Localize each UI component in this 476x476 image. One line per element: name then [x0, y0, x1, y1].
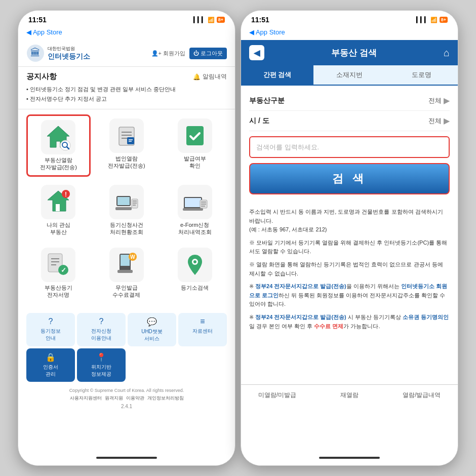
logo-image: 🏛 [26, 44, 45, 62]
region-label: 시 / 도 [249, 116, 269, 126]
menu-label-my-property: 나의 관심부동산 [47, 221, 70, 236]
menu-item-office-search[interactable]: 등기소검색 [163, 244, 227, 303]
home-bar-right [241, 450, 458, 465]
footer-nav-privacy[interactable]: 개인정보처리방침 [147, 395, 184, 402]
quick-label-4: 자료센터 [192, 328, 213, 335]
pin-icon: 📍 [96, 352, 106, 362]
menu-item-kiosk[interactable]: W 무인발급수수료결제 [95, 244, 159, 303]
menu-item-eform[interactable]: e-Form신청처리내역조회 [163, 181, 227, 240]
app-store-back-left[interactable]: ◀ App Store [26, 28, 62, 36]
signal-icon: ▎▎▎ [193, 17, 206, 23]
menu-grid: 부동산열람전자발급(전송) [26, 114, 227, 303]
svg-rect-10 [127, 137, 134, 144]
bottom-nav-unread-label: 미열람/미발급 [258, 391, 296, 399]
quick-btn-location[interactable]: 📍 위치기반정보제공 [77, 348, 126, 382]
tab-road[interactable]: 도로명 [385, 65, 458, 85]
property-type-row[interactable]: 부동산구분 전체 ▶ [249, 91, 450, 111]
property-type-arrow: ▶ [444, 96, 450, 105]
quick-label-1: 등기정보안내 [41, 328, 61, 342]
home-button[interactable]: ⌂ [444, 47, 450, 59]
svg-rect-40 [117, 270, 133, 273]
quick-label-6: 위치기반정보제공 [91, 364, 111, 378]
chat-icon: 💬 [147, 317, 157, 327]
search-input-wrapper[interactable]: 검색어를 입력하세요. [249, 136, 450, 158]
back-button[interactable]: ◀ [249, 45, 264, 60]
bottom-nav-reread[interactable]: 재열람 [313, 385, 386, 406]
menu-item-my-property[interactable]: ! 나의 관심부동산 [26, 181, 91, 240]
logout-button[interactable]: ⏻ 로그아웃 [189, 48, 227, 59]
gov24-link-2[interactable]: 정부24 전자문서지갑으로 발급(전송) [255, 314, 346, 320]
right-header: ◀ 부동산 검색 ⌂ [241, 40, 458, 65]
search-input[interactable]: 검색어를 입력하세요. [256, 143, 319, 151]
person-add-icon: 👤+ [151, 50, 162, 57]
quick-btn-chatbot[interactable]: 💬 UHD챗봇서비스 [128, 313, 176, 346]
nav-bar-right: ◀ App Store [241, 26, 458, 40]
notice-item-2[interactable]: 전자서명수단 추가 지정서 공고 [26, 94, 227, 104]
notice-list: 인터넷등기소 정기 점검 및 변경 관련 일부 서비스 중단안내 전자서명수단 … [26, 85, 227, 104]
footer-nav-support[interactable]: 사용자지원센터 [70, 395, 102, 402]
menu-label-realestate: 부동산열람전자발급(전송) [40, 156, 77, 171]
quick-btn-registry-info[interactable]: ? 등기정보안내 [26, 313, 75, 346]
svg-text:🏛: 🏛 [30, 47, 41, 58]
alert-button[interactable]: 🔔 알림내역 [193, 72, 227, 81]
power-icon: ⏻ [193, 50, 199, 56]
footer-nav-terms[interactable]: 이용약관 [126, 395, 144, 402]
status-icons-right: ▎▎▎ 📶 8+ [416, 17, 448, 23]
property-type-label: 부동산구분 [249, 96, 285, 105]
quick-buttons: ? 등기정보안내 ? 전자신청이용안내 💬 UHD챗봇서비스 ≡ 자료센터 🔒 … [18, 313, 235, 382]
menu-label-esign: 부동산등기전자서명 [45, 284, 72, 299]
svg-rect-20 [115, 207, 132, 210]
join-label: 회원가입 [163, 50, 185, 57]
owner-link[interactable]: 소유권 등기명의인 [403, 314, 449, 320]
menu-item-realestate[interactable]: 부동산열람전자발급(전송) [26, 114, 91, 177]
alert-label: 알림내역 [203, 72, 227, 81]
footer-nav-remote[interactable]: 원격지원 [105, 395, 123, 402]
app-store-back-right[interactable]: ◀ App Store [249, 28, 285, 36]
bottom-nav-unread[interactable]: 미열람/미발급 [241, 385, 313, 406]
quick-btn-data-center[interactable]: ≡ 자료센터 [178, 313, 227, 346]
svg-text:!: ! [65, 191, 67, 198]
property-type-text: 전체 [428, 96, 442, 105]
tab-simple-search[interactable]: 간편 검색 [241, 65, 313, 85]
region-text: 전체 [428, 116, 442, 126]
gov24-link-1[interactable]: 정부24 전자문서지갑으로 발급(전송) [255, 283, 346, 289]
tab-address[interactable]: 소재지번 [313, 65, 386, 85]
menu-icon-realestate [41, 120, 75, 154]
menu-item-corp[interactable]: 법인열람전자발급(전송) [95, 114, 159, 177]
svg-rect-27 [183, 208, 203, 211]
quick-btn-esub-guide[interactable]: ? 전자신청이용안내 [77, 313, 126, 346]
quick-label-5: 인증서관리 [43, 364, 58, 378]
quick-label-2: 전자신청이용안내 [91, 328, 111, 342]
home-bar-indicator-left [96, 457, 157, 459]
left-phone: 11:51 ▎▎▎ 📶 8+ ◀ App Store 🏛 대한민국 [18, 10, 235, 466]
menu-icon-corp [109, 118, 144, 153]
menu-item-esign[interactable]: ✓ 부동산등기전자서명 [26, 244, 91, 303]
menu-icon-office-search [178, 248, 212, 282]
quick-label-3: UHD챗봇서비스 [141, 328, 163, 342]
svg-text:W: W [130, 254, 135, 260]
bottom-nav-history[interactable]: 열람/발급내역 [385, 385, 458, 406]
notification-badge-left: 8+ [217, 17, 225, 23]
info-text-2: ※ 모바일 기기에서 등기기록 열람을 위해 결제하신 후 인터넷등기소(PC)… [249, 239, 450, 256]
search-button[interactable]: 검 색 [249, 163, 450, 194]
info-text-1: 주소입력 시 반드시 동 이름과 지번, 도로명과 건물번호를 포함하여 검색하… [249, 208, 450, 234]
info-section: 주소입력 시 반드시 동 이름과 지번, 도로명과 건물번호를 포함하여 검색하… [241, 203, 458, 340]
quick-btn-cert[interactable]: 🔒 인증서관리 [26, 348, 75, 382]
notice-section: 공지사항 🔔 알림내역 인터넷등기소 정기 점검 및 변경 관련 일부 서비스 … [18, 67, 235, 109]
join-button[interactable]: 👤+ 회원가입 [151, 50, 185, 57]
bottom-nav-history-label: 열람/발급내역 [403, 391, 441, 399]
footer: Copyright © Supreme Court of Korea. All … [18, 385, 235, 412]
lock-icon: 🔒 [46, 352, 56, 362]
back-icon: ◀ [254, 48, 260, 58]
notice-title: 공지사항 [26, 72, 57, 82]
menu-item-case-status[interactable]: 등기신청사건처리현황조회 [95, 181, 159, 240]
notice-item-1[interactable]: 인터넷등기소 정기 점검 및 변경 관련 일부 서비스 중단안내 [26, 85, 227, 94]
wifi-icon-right: 📶 [430, 17, 438, 23]
menu-icon-case-status [109, 185, 144, 219]
region-row[interactable]: 시 / 도 전체 ▶ [249, 111, 450, 131]
question-icon: ? [49, 317, 53, 326]
logo-top: 대한민국법원 [48, 46, 90, 52]
page-title: 부동산 검색 [264, 47, 444, 59]
fee-exempt-link[interactable]: 수수료 면제 [314, 323, 343, 329]
menu-item-verify[interactable]: 발급여부확인 [163, 114, 227, 177]
